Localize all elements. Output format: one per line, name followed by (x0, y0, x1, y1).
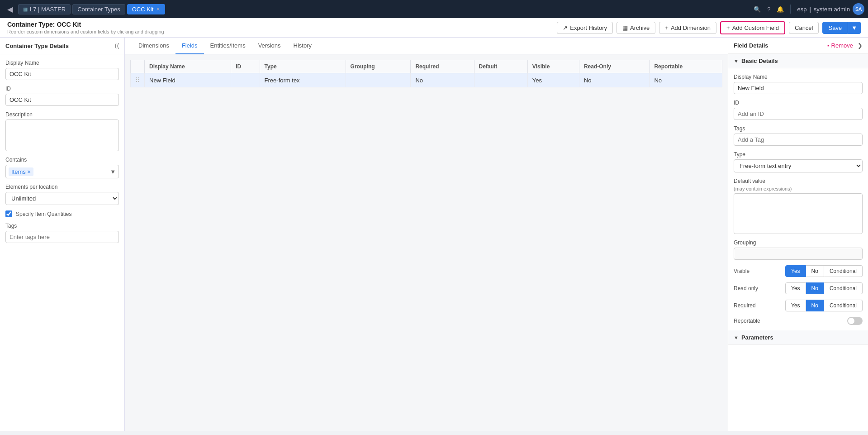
page-subtitle: Reorder custom dimensions and custom fie… (7, 29, 164, 34)
rf-grouping-input[interactable] (734, 248, 863, 260)
id-input[interactable] (5, 94, 119, 106)
col-read-only: Read-Only (579, 60, 649, 73)
right-panel-title: Field Details (734, 42, 768, 49)
rf-display-name-input[interactable] (734, 82, 863, 94)
row-default (474, 73, 527, 87)
expand-panel-button[interactable]: ❯ (858, 42, 863, 49)
rf-reportable-label: Reportable (734, 318, 760, 324)
notification-icon[interactable]: 🔔 (777, 6, 784, 13)
parameters-section-header[interactable]: ▼ Parameters (728, 330, 868, 345)
rf-visible-label: Visible (734, 268, 770, 274)
subheader-left: Container Type: OCC Kit Reorder custom d… (7, 21, 164, 34)
read-only-yes-button[interactable]: Yes (785, 282, 806, 294)
nav-tab-container-types[interactable]: Container Types (72, 4, 125, 14)
save-dropdown-button[interactable]: ▼ (848, 22, 861, 34)
visible-conditional-button[interactable]: Conditional (824, 265, 863, 277)
save-button[interactable]: Save (822, 22, 848, 34)
export-history-button[interactable]: ↗ Export History (557, 22, 613, 34)
tab-dimensions[interactable]: Dimensions (132, 38, 175, 54)
rf-type-row: Type Free-form text entry Number Date Bo… (734, 151, 863, 172)
reportable-toggle[interactable] (847, 317, 863, 325)
table-row[interactable]: ⠿ New Field Free-form tex No Yes No No (131, 73, 722, 87)
row-display-name: New Field (145, 73, 231, 87)
archive-icon: ▦ (622, 24, 628, 31)
rf-read-only-row: Read only Yes No Conditional (734, 282, 863, 294)
display-name-input[interactable] (5, 68, 119, 80)
nav-user[interactable]: esp | system admin SA (797, 3, 864, 15)
main-layout: Container Type Details ⟨⟨ Display Name I… (0, 38, 868, 431)
visible-no-button[interactable]: No (806, 265, 824, 277)
col-required: Required (411, 60, 474, 73)
display-name-label: Display Name (5, 60, 119, 66)
tags-label: Tags (5, 223, 119, 229)
specify-item-quantities-row: Specify Item Quantities (5, 210, 119, 217)
id-label: ID (5, 86, 119, 92)
read-only-no-button[interactable]: No (806, 282, 824, 294)
search-icon[interactable]: 🔍 (754, 6, 761, 13)
elements-per-location-row: Elements per location Unlimited (5, 184, 119, 205)
rf-id-label: ID (734, 100, 863, 106)
help-icon[interactable]: ? (767, 6, 770, 13)
tab-history[interactable]: History (287, 38, 318, 54)
contains-chip-remove[interactable]: ✕ (27, 169, 31, 174)
col-grouping: Grouping (346, 60, 411, 73)
add-custom-field-button[interactable]: + Add Custom Field (720, 21, 785, 34)
col-id: ID (231, 60, 260, 73)
tab-entities-items[interactable]: Entities/Items (204, 38, 252, 54)
description-row: Description (5, 111, 119, 151)
rf-type-select[interactable]: Free-form text entry Number Date Boolean… (734, 159, 863, 172)
row-visible: Yes (527, 73, 579, 87)
required-no-button[interactable]: No (806, 300, 824, 311)
rf-reportable-field: Reportable (734, 317, 863, 325)
cancel-button[interactable]: Cancel (789, 22, 819, 34)
row-reportable: No (650, 73, 722, 87)
nav-back-button[interactable]: ◀ (4, 3, 16, 15)
required-conditional-button[interactable]: Conditional (824, 300, 863, 311)
plus-icon: + (665, 24, 669, 31)
remove-button[interactable]: ▪ Remove (827, 42, 853, 49)
nav-lang: esp (797, 6, 806, 13)
rf-default-value-label: Default value (734, 178, 863, 184)
right-panel-header: Field Details ▪ Remove ❯ (728, 38, 868, 54)
nav-tab-occ-kit[interactable]: OCC Kit ✕ (127, 4, 166, 14)
description-label: Description (5, 111, 119, 118)
tab-fields[interactable]: Fields (175, 38, 204, 54)
subheader: Container Type: OCC Kit Reorder custom d… (0, 18, 868, 38)
rf-grouping-label: Grouping (734, 239, 863, 246)
contains-row: Contains Items ✕ ▼ (5, 157, 119, 178)
rf-required-field: Required Yes No Conditional (734, 300, 863, 311)
tab-versions[interactable]: Versions (252, 38, 287, 54)
chevron-down-icon: ▼ (851, 24, 857, 31)
rf-id-input[interactable] (734, 108, 863, 120)
required-yes-button[interactable]: Yes (785, 300, 806, 311)
tabs-bar: Dimensions Fields Entities/Items Version… (125, 38, 728, 54)
nav-icons: 🔍 ? 🔔 (754, 6, 784, 13)
contains-input[interactable]: Items ✕ ▼ (5, 165, 119, 178)
fields-table: Display Name ID Type Grouping Required D… (130, 60, 722, 87)
nav-tab-close-icon[interactable]: ✕ (156, 6, 160, 12)
parameters-chevron-icon: ▼ (734, 335, 739, 340)
subheader-actions: ↗ Export History ▦ Archive + Add Dimensi… (557, 21, 861, 34)
read-only-conditional-button[interactable]: Conditional (824, 282, 863, 294)
basic-details-section-header[interactable]: ▼ Basic Details (728, 54, 868, 68)
collapse-panel-button[interactable]: ⟨⟨ (114, 42, 119, 49)
section-chevron-icon: ▼ (734, 58, 739, 64)
archive-button[interactable]: ▦ Archive (617, 22, 655, 34)
elements-per-location-select[interactable]: Unlimited (5, 192, 119, 205)
save-btn-group: Save ▼ (822, 22, 861, 34)
nav-user-name: system admin (814, 6, 850, 13)
rf-reportable-row: Reportable (734, 317, 863, 325)
right-panel: Field Details ▪ Remove ❯ ▼ Basic Details… (728, 38, 868, 431)
description-input[interactable] (5, 120, 119, 151)
rf-visible-field: Visible Yes No Conditional (734, 265, 863, 277)
tags-input[interactable] (5, 231, 119, 243)
rf-read-only-field: Read only Yes No Conditional (734, 282, 863, 294)
add-dimension-button[interactable]: + Add Dimension (659, 22, 716, 34)
visible-yes-button[interactable]: Yes (785, 265, 806, 277)
basic-details-form: Display Name ID Tags Type Free-form text… (728, 68, 868, 330)
row-drag-handle[interactable]: ⠿ (131, 73, 145, 87)
rf-tags-input[interactable] (734, 134, 863, 146)
rf-default-value-input[interactable] (734, 193, 863, 234)
left-panel-header: Container Type Details ⟨⟨ (0, 38, 124, 54)
specify-item-quantities-checkbox[interactable] (5, 210, 12, 217)
